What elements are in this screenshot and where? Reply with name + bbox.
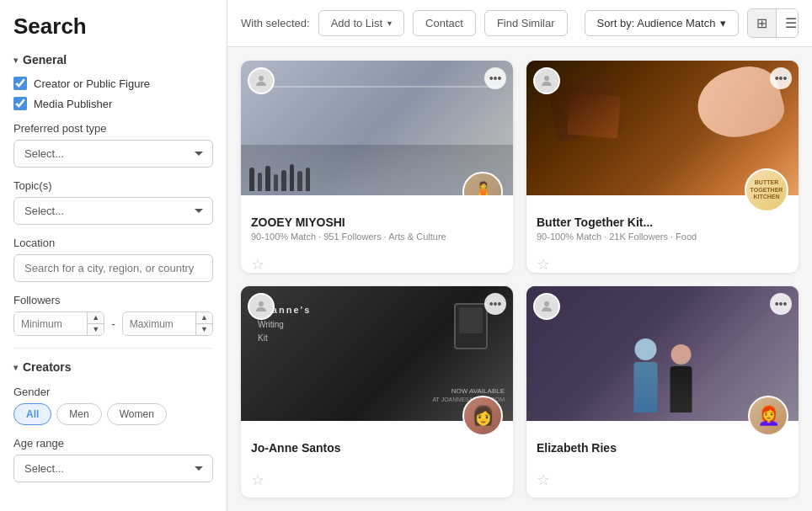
zooey-thumb-icon: 🧘 [472, 181, 494, 195]
svg-point-3 [544, 301, 549, 306]
card-butter-badge: BUTTERTOGETHERKITCHEN [745, 168, 788, 212]
topics-label: Topic(s) [13, 179, 213, 192]
card-butter-star[interactable]: ☆ [537, 255, 550, 273]
followers-min-down[interactable]: ▼ [88, 324, 104, 335]
card-joanne-star[interactable]: ☆ [251, 471, 264, 489]
brownie-deco-2 [567, 92, 621, 138]
card-butter-name: Butter Together Kit... [537, 216, 788, 229]
grid-view-button[interactable]: ⊞ [748, 9, 776, 37]
followers-max-input[interactable] [123, 313, 195, 335]
creator-checkbox-item: Creator or Public Figure [13, 77, 213, 90]
svg-point-0 [259, 76, 264, 81]
contact-label: Contact [425, 17, 463, 29]
followers-max-wrapper: ▲ ▼ [122, 311, 213, 336]
tablet-deco [454, 303, 488, 349]
age-range-select[interactable]: Select... [13, 455, 213, 482]
general-section-header[interactable]: ▾ General [13, 53, 213, 67]
card-joanne-image: Joanne's Writing Kit NOW AVAILABLE AT JO… [241, 286, 513, 421]
followers-label: Followers [13, 294, 213, 306]
location-input[interactable] [13, 254, 213, 282]
list-icon: ☰ [785, 16, 797, 30]
age-range-label: Age range [13, 437, 213, 450]
gender-men-button[interactable]: Men [56, 403, 101, 425]
followers-max-up[interactable]: ▲ [196, 312, 212, 324]
cards-grid: ••• 🧘 ZOOEY MIYOSHI 90-100% Match · 951 … [227, 47, 812, 511]
card-elizabeth-bottom: ☆ [526, 466, 799, 498]
svg-point-1 [544, 76, 549, 81]
card-joanne-avatar [248, 293, 275, 320]
card-elizabeth-thumb: 👩‍🦰 [748, 396, 788, 436]
chevron-down-icon-creators: ▾ [13, 363, 18, 372]
followers-max-down[interactable]: ▼ [196, 324, 212, 335]
followers-max-spinner: ▲ ▼ [195, 312, 212, 335]
svg-point-2 [259, 301, 264, 306]
sidebar: Search ▾ General Creator or Public Figur… [0, 0, 227, 511]
card-zooey-actions: ••• [484, 67, 506, 89]
card-butter: ••• BUTTERTOGETHERKITCHEN Butter Togethe… [526, 61, 799, 273]
person-icon-elizabeth [539, 299, 554, 314]
card-zooey: ••• 🧘 ZOOEY MIYOSHI 90-100% Match · 951 … [241, 61, 513, 273]
sort-button[interactable]: Sort by: Audience Match ▾ [585, 10, 740, 36]
card-joanne-name: Jo-Anne Santos [251, 441, 503, 455]
gender-women-button[interactable]: Women [107, 403, 167, 425]
card-zooey-star[interactable]: ☆ [251, 255, 264, 273]
preferred-post-type-label: Preferred post type [13, 122, 213, 135]
person-icon-butter [539, 73, 554, 88]
card-zooey-meta: 90-100% Match · 951 Followers · Arts & C… [251, 232, 503, 242]
elizabeth-thumb-icon: 👩‍🦰 [757, 405, 780, 427]
media-publisher-label[interactable]: Media Publisher [34, 98, 112, 110]
add-to-list-arrow: ▾ [387, 19, 392, 28]
card-joanne-thumb: 👩 [462, 396, 503, 436]
topics-select[interactable]: Select... [13, 197, 213, 225]
card-zooey-info: ZOOEY MIYOSHI 90-100% Match · 951 Follow… [241, 195, 513, 250]
add-to-list-button[interactable]: Add to List ▾ [318, 10, 404, 36]
creators-section-header[interactable]: ▾ Creators [13, 360, 213, 374]
deco-line [254, 86, 499, 88]
card-joanne-more-button[interactable]: ••• [484, 293, 506, 315]
card-butter-more-button[interactable]: ••• [770, 67, 792, 89]
card-joanne: Joanne's Writing Kit NOW AVAILABLE AT JO… [241, 286, 513, 498]
card-zooey-more-button[interactable]: ••• [484, 67, 506, 89]
gender-all-button[interactable]: All [13, 403, 51, 425]
card-elizabeth: ••• 👩‍🦰 Elizabeth Ries ☆ [526, 286, 799, 498]
card-butter-actions: ••• [770, 67, 792, 89]
media-publisher-checkbox-item: Media Publisher [13, 97, 213, 110]
card-butter-avatar [533, 67, 560, 94]
preferred-post-type-select[interactable]: Select... [13, 140, 213, 168]
sort-arrow-icon: ▾ [720, 17, 726, 29]
section-divider [13, 348, 213, 349]
followers-min-up[interactable]: ▲ [88, 312, 104, 324]
sort-label: Sort by: Audience Match [597, 17, 716, 29]
card-zooey-image: ••• 🧘 [241, 61, 513, 195]
card-zooey-avatar [248, 67, 275, 94]
crowd-deco [249, 164, 310, 191]
creators-section-label: Creators [23, 360, 72, 374]
media-publisher-checkbox[interactable] [13, 97, 27, 110]
followers-min-input[interactable] [14, 313, 87, 335]
card-elizabeth-star[interactable]: ☆ [537, 471, 550, 489]
creator-checkbox[interactable] [13, 77, 27, 90]
card-joanne-bottom: ☆ [241, 466, 513, 498]
find-similar-button[interactable]: Find Similar [484, 10, 568, 36]
list-view-button[interactable]: ☰ [776, 9, 799, 37]
grid-icon: ⊞ [756, 16, 767, 30]
general-section-label: General [23, 53, 67, 67]
card-elizabeth-image: ••• 👩‍🦰 [526, 286, 799, 421]
card-elizabeth-more-button[interactable]: ••• [770, 293, 792, 315]
person-icon [254, 73, 269, 88]
main-content: With selected: Add to List ▾ Contact Fin… [227, 0, 812, 511]
followers-min-wrapper: ▲ ▼ [13, 311, 104, 336]
butter-badge-text: BUTTERTOGETHERKITCHEN [749, 178, 785, 202]
creator-label[interactable]: Creator or Public Figure [34, 77, 150, 90]
contact-button[interactable]: Contact [413, 10, 476, 36]
location-label: Location [13, 237, 213, 249]
card-joanne-actions: ••• [484, 293, 506, 315]
with-selected-label: With selected: [241, 17, 310, 29]
followers-min-spinner: ▲ ▼ [87, 312, 104, 335]
followers-dash: - [111, 317, 115, 331]
card-butter-image: ••• BUTTERTOGETHERKITCHEN [526, 61, 799, 195]
card-elizabeth-name: Elizabeth Ries [537, 441, 788, 455]
card-zooey-name: ZOOEY MIYOSHI [251, 216, 503, 229]
card-butter-bottom: ☆ [526, 250, 799, 273]
card-butter-meta: 90-100% Match · 21K Followers · Food [537, 232, 788, 242]
